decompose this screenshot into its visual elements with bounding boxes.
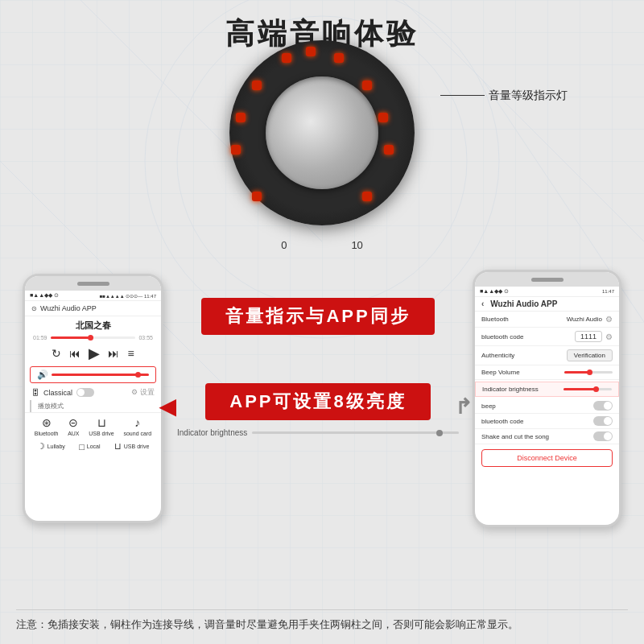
input-aux[interactable]: ⊝ AUX [68,416,79,436]
arrow-right: ↱ [455,394,473,419]
disconnect-button[interactable]: Disconnect Device [481,449,613,467]
led-3 [378,113,388,122]
bt-code-label: bluetooth code [481,333,575,341]
eq-label: Classical [43,389,72,397]
bt-gear[interactable]: ⚙ [605,315,613,324]
progress-bar-wrap: 01:59 03:55 [25,333,161,342]
brightness-row: Indicator brightness [169,428,467,437]
media-lullaby[interactable]: ☽Lullaby [37,441,65,452]
bt-code-toggle[interactable] [593,416,613,426]
repeat-btn[interactable]: ↻ [52,347,61,360]
auth-label: Authenticity [481,352,567,359]
setting-beep: Beep Volume [475,365,619,380]
list-btn[interactable]: ≡ [127,347,134,360]
indicator-label: 音量等级指示灯 [489,89,568,103]
led-1 [334,53,344,63]
bt-code-gear[interactable]: ⚙ [605,332,613,341]
next-btn[interactable]: ⏭ [108,347,119,360]
knob-inner [266,76,378,189]
eq-toggle[interactable] [76,388,94,397]
led-7 [252,192,262,201]
banner-1: 音量指示与APP同步 [201,298,434,335]
media-row: ☽Lullaby □Local ⊔USB drive [25,440,161,453]
led-2 [362,80,372,90]
vol-slider[interactable] [52,374,149,376]
input-usb[interactable]: ⊔ USB drive [89,416,114,436]
bt-label: Bluetooth [481,316,567,323]
volume-labels: 0 10 [281,239,363,251]
beep-toggle[interactable] [593,401,613,411]
vol-0: 0 [281,239,287,251]
beep-slider[interactable] [564,371,613,374]
beep-toggle-label: beep [481,402,593,410]
led-9 [236,113,246,122]
led-10 [252,80,262,90]
indicator-brightness-label: Indicator brightness [482,386,564,393]
led-8 [231,145,241,155]
bottom-note: 注意：免插接安装，铜柱作为连接导线，调音量时尽量避免用手夹住两铜柱之间，否则可能… [16,609,628,633]
led-12 [306,47,316,56]
phone-right-notch [475,272,619,287]
knob-area: 音量等级指示灯 0 10 [225,40,419,233]
led-4 [384,145,394,155]
shake-label: Shake and cut the song [481,433,593,440]
progress-bar [51,336,136,339]
led-5 [362,192,372,201]
phone-right-status: ■▲▲◆◆ ⊙ 11:47 [475,287,619,297]
brightness-slider[interactable] [252,431,459,434]
setting-bluetooth: Bluetooth Wuzhi Audio ⚙ [475,312,619,328]
phone-left: ■▲▲◆◆ ⊙ ■■▲▲▲▲ ⊙⊙⊙— 11:47 ⊙ Wuzhi Audio … [23,274,163,523]
bt-code-toggle-label: bluetooth code [481,418,593,425]
indicator-brightness-row: Indicator brightness [475,382,619,397]
app-header-right: ‹ Wuzhi Audio APP [475,297,619,312]
brightness-label: Indicator brightness [177,428,247,437]
indicator-slider[interactable] [564,388,612,390]
back-arrow[interactable]: ‹ [481,299,484,308]
input-soundcard[interactable]: ♪ sound card [123,416,151,436]
playback-controls: ↻ ⏮ ▶ ⏭ ≡ [25,342,161,365]
prev-btn[interactable]: ⏮ [69,347,80,360]
media-local[interactable]: □Local [79,441,100,452]
bt-code-value: 1111 [575,331,602,342]
knob-outer: 音量等级指示灯 [229,40,415,225]
vol-icon: 🔊 [37,369,48,380]
app-header-left: ⊙ Wuzhi Audio APP [25,301,161,316]
setting-authenticity: Authenticity Verification [475,346,619,365]
verify-button[interactable]: Verification [567,349,613,361]
toggle-bt-code: bluetooth code [475,414,619,429]
shake-toggle[interactable] [593,431,613,441]
settings-icon[interactable]: ⚙ 设置 [131,387,155,398]
phone-left-status: ■▲▲◆◆ ⊙ ■■▲▲▲▲ ⊙⊙⊙— 11:47 [25,291,161,301]
vol-10: 10 [351,239,362,251]
play-btn[interactable]: ▶ [89,345,100,362]
toggle-shake: Shake and cut the song [475,429,619,444]
play-mode-label: 播放模式 [30,400,156,412]
input-icons: ⊛ Bluetooth ⊝ AUX ⊔ USB drive ♪ sound ca… [25,412,161,440]
beep-label: Beep Volume [481,369,564,376]
toggle-beep: beep [475,398,619,414]
media-usb[interactable]: ⊔USB drive [114,441,150,452]
input-bluetooth[interactable]: ⊛ Bluetooth [35,416,59,436]
middle-section: 音量指示与APP同步 APP可设置8级亮度 Indicator brightne… [169,298,467,437]
setting-bt-code: bluetooth code 1111 ⚙ [475,328,619,346]
volume-row: 🔊 [30,366,156,383]
bt-value: Wuzhi Audio [567,316,602,323]
phone-left-notch [25,276,161,291]
song-title: 北国之春 [25,316,161,333]
eq-row: 🎛 Classical ⚙ 设置 [25,385,161,400]
phone-right: ■▲▲◆◆ ⊙ 11:47 ‹ Wuzhi Audio APP Bluetoot… [473,270,621,527]
led-11 [282,53,291,63]
banner-2: APP可设置8级亮度 [205,383,430,420]
